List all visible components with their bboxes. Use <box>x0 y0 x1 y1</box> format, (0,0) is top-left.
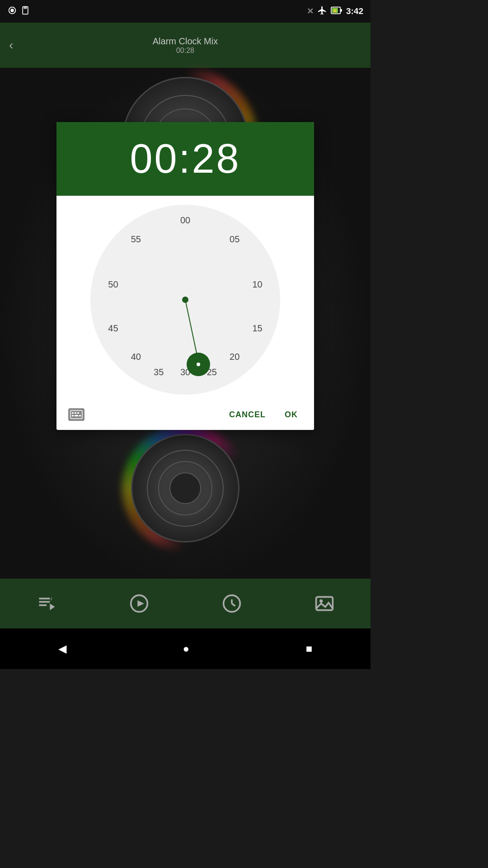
clock-handle[interactable] <box>187 353 210 376</box>
android-back-button[interactable]: ◀ <box>58 642 66 655</box>
svg-rect-14 <box>72 415 74 416</box>
svg-marker-20 <box>50 604 55 610</box>
clock-time: 3:42 <box>346 6 363 16</box>
clock-num-05[interactable]: 05 <box>226 234 243 244</box>
clock-face[interactable]: 00 05 10 15 20 25 30 35 40 45 <box>90 205 280 395</box>
clock-num-20[interactable]: 20 <box>226 352 243 362</box>
svg-point-1 <box>10 9 14 12</box>
back-button[interactable]: ‹ <box>9 38 13 52</box>
time-display-header: 00:28 <box>56 122 314 196</box>
sd-card-icon <box>21 5 30 17</box>
cancel-button[interactable]: CANCEL <box>222 406 273 423</box>
svg-rect-27 <box>316 597 333 610</box>
airplane-icon <box>317 5 327 18</box>
svg-rect-12 <box>75 412 76 414</box>
android-recent-button[interactable]: ■ <box>306 642 313 655</box>
svg-rect-16 <box>79 415 81 416</box>
svg-rect-8 <box>340 9 342 12</box>
no-sim-icon: ✕ <box>307 6 314 16</box>
status-bar: ✕ ⚡ 3:42 <box>0 0 371 23</box>
svg-line-26 <box>232 604 235 606</box>
header-title-group: Alarm Clock Mix 00:28 <box>153 36 218 55</box>
android-home-button[interactable]: ● <box>183 642 189 655</box>
dialog-buttons: CANCEL OK <box>56 399 314 430</box>
svg-text:⚡: ⚡ <box>333 8 338 13</box>
clock-picker-body: 00 05 10 15 20 25 30 35 40 45 <box>56 196 314 399</box>
clock-num-15[interactable]: 15 <box>249 323 266 334</box>
time-value: 00:28 <box>66 136 305 182</box>
app-subtitle: 00:28 <box>153 47 218 55</box>
keyboard-button[interactable] <box>66 406 87 424</box>
status-left-icons <box>7 5 30 17</box>
svg-text:♪: ♪ <box>50 595 52 602</box>
app-header: ‹ Alarm Clock Mix 00:28 <box>0 23 371 68</box>
app-title: Alarm Clock Mix <box>153 36 218 47</box>
svg-rect-11 <box>72 412 74 414</box>
svg-marker-23 <box>137 600 144 607</box>
svg-rect-15 <box>75 415 78 416</box>
svg-point-28 <box>319 599 323 603</box>
clock-num-55[interactable]: 55 <box>128 234 144 244</box>
clock-num-45[interactable]: 45 <box>105 323 121 334</box>
clock-center-dot <box>182 297 188 303</box>
speaker-area: 00:28 00 05 10 15 20 25 30 35 <box>0 68 371 588</box>
clock-num-50[interactable]: 50 <box>105 279 121 290</box>
nav-play-button[interactable] <box>129 594 149 613</box>
status-right-icons: ✕ ⚡ 3:42 <box>307 5 363 18</box>
clock-num-00[interactable]: 00 <box>177 215 193 225</box>
speaker-bottom <box>104 434 267 542</box>
keyboard-icon <box>68 408 84 421</box>
clock-num-10[interactable]: 10 <box>249 279 266 290</box>
clock-num-35[interactable]: 35 <box>150 367 167 377</box>
time-picker-dialog: 00:28 00 05 10 15 20 25 30 35 <box>56 122 314 430</box>
bottom-nav: ♪ <box>0 579 371 628</box>
nav-clock-button[interactable] <box>222 594 242 613</box>
nav-playlist-button[interactable]: ♪ <box>37 594 56 613</box>
svg-rect-10 <box>70 410 82 419</box>
nav-image-button[interactable] <box>314 594 334 613</box>
android-nav-bar: ◀ ● ■ <box>0 628 371 669</box>
clock-handle-dot <box>197 363 200 366</box>
svg-rect-13 <box>77 412 79 414</box>
clock-num-40[interactable]: 40 <box>128 352 144 362</box>
battery-icon: ⚡ <box>331 5 343 18</box>
record-icon <box>7 5 17 17</box>
ok-button[interactable]: OK <box>277 406 305 423</box>
speaker-circle-bottom <box>131 434 239 542</box>
